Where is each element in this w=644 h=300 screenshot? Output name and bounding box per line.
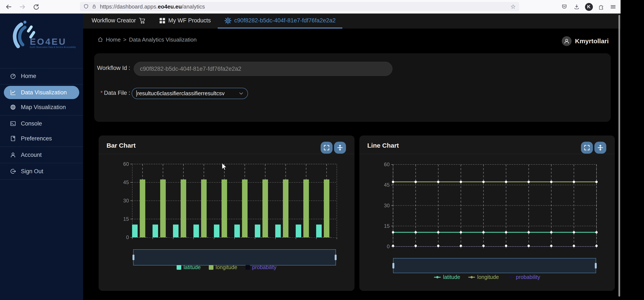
sidebar-item-account[interactable]: Account	[0, 148, 83, 162]
user-name: Kmyrtollari	[575, 38, 609, 45]
line-add-button[interactable]	[594, 142, 606, 154]
datazoom-left-handle[interactable]	[132, 254, 134, 260]
svg-text:15: 15	[384, 223, 390, 229]
sidebar-item-label: Data Visualization	[21, 89, 67, 96]
svg-text:0: 0	[387, 244, 390, 249]
legend-line-marker	[434, 277, 441, 278]
workflow-id-label: Workflow Id :	[94, 65, 130, 72]
download-icon[interactable]	[572, 2, 581, 11]
url-text: https://dashboard.apps.eo4eu.eu/analytic…	[100, 4, 205, 10]
back-button[interactable]	[4, 2, 13, 11]
reload-button[interactable]	[32, 2, 40, 11]
text-cursor	[136, 90, 137, 97]
legend-item-longitude[interactable]: longitude	[209, 264, 237, 270]
legend-item-longitude[interactable]: longitude	[468, 274, 499, 280]
data-file-select[interactable]: resultuc6classifierclassifierresultcsv	[132, 88, 248, 99]
move-plus-icon	[336, 144, 344, 151]
legend-item-latitude[interactable]: latitude	[434, 274, 460, 280]
chart-icon	[10, 89, 16, 96]
tab-active-2[interactable]: c90f8282-b5dc-404f-81e7-fdf76fa2e2a2	[218, 14, 342, 28]
legend-item-probability[interactable]: probability	[246, 264, 276, 270]
book-icon	[10, 135, 16, 142]
sidebar-divider	[0, 115, 83, 116]
legend-label: probability	[516, 274, 540, 280]
legend-swatch	[176, 265, 181, 270]
breadcrumb: Home > Data Analytics Visualization	[97, 36, 197, 44]
sidebar-item-label: Home	[21, 73, 36, 80]
svg-text:60: 60	[123, 161, 129, 167]
person-icon	[564, 38, 570, 44]
bar-fullscreen-button[interactable]	[320, 142, 332, 154]
app-tabbar: Workflow CreatorMy WF Productsc90f8282-b…	[83, 14, 620, 28]
extensions-puzzle-icon[interactable]	[597, 2, 606, 11]
legend-label: latitude	[443, 274, 460, 280]
legend-item-latitude[interactable]: latitude	[176, 264, 201, 270]
tab-1[interactable]: My WF Products	[152, 14, 218, 28]
bar-chart-card: 015304560 Bar Chart latitudelongitudepro…	[99, 136, 354, 291]
legend-swatch	[246, 265, 250, 270]
tab-label: My WF Products	[168, 17, 211, 24]
breadcrumb-separator: >	[123, 36, 126, 43]
required-asterisk: *	[100, 90, 103, 96]
bookmark-star-icon[interactable]: ☆	[510, 3, 516, 10]
home-icon	[97, 37, 103, 42]
line-datazoom-slider[interactable]	[393, 258, 596, 273]
user-chip[interactable]: Kmyrtollari	[562, 36, 609, 46]
divider	[360, 154, 615, 154]
menu-hamburger-icon[interactable]	[609, 2, 617, 11]
pocket-icon[interactable]	[560, 2, 568, 11]
screen: https://dashboard.apps.eo4eu.eu/analytic…	[0, 0, 644, 300]
signout-icon	[10, 168, 16, 174]
chevron-down-icon	[239, 92, 243, 95]
workflow-id-input[interactable]: c90f8282-b5dc-404f-81e7-fdf76fa2e2a2	[134, 62, 392, 76]
svg-text:15: 15	[123, 216, 129, 222]
svg-text:30: 30	[384, 203, 390, 208]
browser-account-avatar[interactable]: K	[584, 2, 593, 11]
bar-add-button[interactable]	[334, 142, 346, 154]
legend-line-marker	[468, 277, 475, 278]
svg-text:30: 30	[123, 198, 129, 204]
grid-icon	[159, 18, 165, 24]
line-fullscreen-button[interactable]	[581, 142, 593, 154]
gear-icon	[224, 17, 231, 24]
lock-icon	[92, 4, 97, 10]
sidebar-item-data-visualization[interactable]: Data Visualization	[4, 86, 79, 99]
line-chart-title: Line Chart	[367, 142, 399, 149]
browser-toolbar: https://dashboard.apps.eo4eu.eu/analytic…	[0, 0, 620, 14]
datazoom-right-handle[interactable]	[335, 254, 336, 260]
legend-label: latitude	[184, 264, 201, 270]
sidebar-item-preferences[interactable]: Preferences	[0, 132, 83, 145]
svg-text:45: 45	[123, 180, 129, 185]
sidebar-item-console[interactable]: Console	[0, 117, 83, 130]
console-icon	[10, 120, 16, 127]
legend-item-probability[interactable]: probability	[507, 274, 540, 280]
avatar-initial: K	[585, 3, 593, 11]
sidebar: EO4EU Earth Observation Data & Service A…	[0, 14, 83, 300]
page-scrollbar[interactable]	[618, 15, 620, 296]
forward-icon	[19, 4, 26, 10]
forward-button[interactable]	[18, 2, 27, 11]
breadcrumb-home[interactable]: Home	[106, 36, 120, 43]
fullscreen-icon	[584, 144, 590, 151]
legend-label: probability	[252, 264, 276, 270]
fullscreen-icon	[324, 144, 330, 151]
datazoom-right-handle[interactable]	[595, 263, 597, 268]
data-file-label: *Data File :	[94, 90, 130, 96]
tab-0[interactable]: Workflow Creator	[85, 14, 152, 28]
svg-text:45: 45	[384, 182, 390, 188]
datazoom-left-handle[interactable]	[392, 263, 394, 268]
sidebar-item-home[interactable]: Home	[0, 70, 83, 83]
legend-label: longitude	[477, 274, 499, 280]
form-panel: Workflow Id : c90f8282-b5dc-404f-81e7-fd…	[94, 54, 610, 122]
line-chart-legend: latitudelongitudeprobability	[360, 274, 615, 280]
sidebar-item-sign-out[interactable]: Sign Out	[0, 165, 83, 178]
url-bar[interactable]: https://dashboard.apps.eo4eu.eu/analytic…	[80, 2, 519, 11]
sidebar-item-label: Sign Out	[21, 168, 43, 175]
sidebar-divider	[0, 84, 83, 84]
eo4eu-logo-text: EO4EU	[30, 37, 66, 47]
sidebar-item-label: Account	[21, 152, 42, 158]
reload-icon	[33, 4, 39, 10]
sidebar-item-label: Map Visualization	[21, 104, 66, 110]
sidebar-item-map-visualization[interactable]: Map Visualization	[0, 100, 83, 114]
bar-datazoom-slider[interactable]	[133, 249, 336, 266]
